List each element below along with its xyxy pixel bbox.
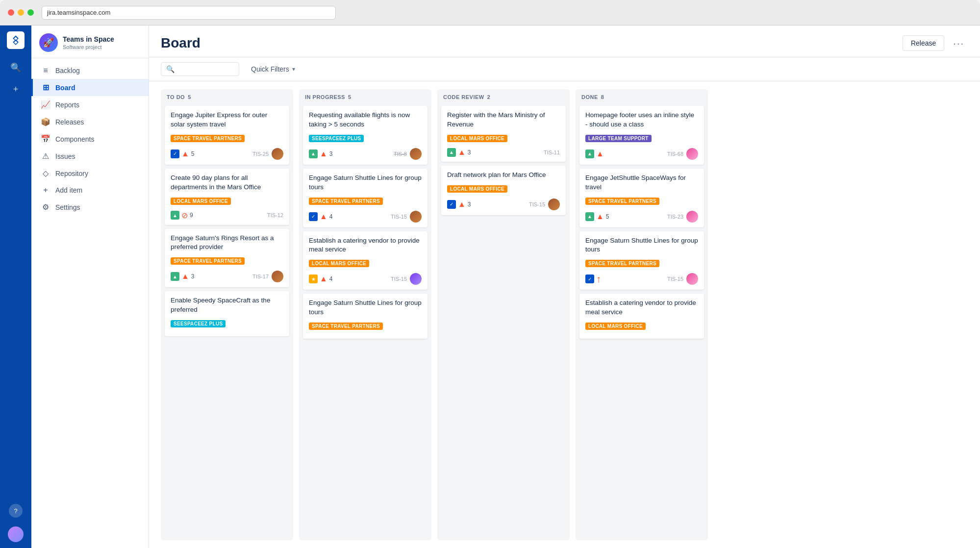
card-id: TIS-25 <box>252 151 269 157</box>
sidebar-item-components[interactable]: 📅 Components <box>31 130 149 148</box>
close-dot[interactable] <box>8 9 14 16</box>
card-meta-left: ▲ ▲ 3 <box>171 272 195 281</box>
priority-icon: ▲ <box>181 149 189 158</box>
card-label: LOCAL MARS OFFICE <box>585 323 646 330</box>
card-meta-left: ✓ ▲ 4 <box>309 212 333 221</box>
card-title: Engage JetShuttle SpaceWays for travel <box>585 174 698 192</box>
sidebar-item-board[interactable]: ⊞ Board <box>31 79 149 96</box>
card-todo4[interactable]: Enable Speedy SpaceCraft as the preferre… <box>165 291 289 336</box>
minimize-dot[interactable] <box>18 9 24 16</box>
card-meta-right: TIS-25 <box>252 148 283 160</box>
sidebar-item-reports[interactable]: 📈 Reports <box>31 96 149 113</box>
card-tis25[interactable]: Engage Jupiter Express for outer solar s… <box>165 106 289 165</box>
card-meta-right: TIS-15 <box>391 211 422 223</box>
main-content: Board Release ··· 🔍 Quick Filters ▾ <box>149 25 980 548</box>
column-count-todo: 5 <box>188 94 191 100</box>
card-meta-right: TIS-68 <box>667 148 698 160</box>
card-id: TIS-17 <box>252 274 269 279</box>
check-icon: ▲ <box>171 211 179 220</box>
column-title-inprogress: IN PROGRESS <box>305 94 345 100</box>
column-cards-todo: Engage Jupiter Express for outer solar s… <box>161 104 293 540</box>
card-label: LOCAL MARS OFFICE <box>447 185 507 193</box>
help-icon[interactable]: ? <box>9 504 23 518</box>
more-button[interactable]: ··· <box>949 36 968 51</box>
backlog-icon: ≡ <box>41 66 50 75</box>
column-todo: TO DO 5 Engage Jupiter Express for outer… <box>161 89 293 540</box>
sidebar-item-releases[interactable]: 📦 Releases <box>31 113 149 130</box>
create-rail-icon[interactable]: + <box>7 80 25 98</box>
sidebar-item-backlog[interactable]: ≡ Backlog <box>31 62 149 79</box>
url-text: jira.teamsinspace.com <box>47 9 110 16</box>
card-done-catering[interactable]: Establish a catering vendor to provide m… <box>579 294 704 339</box>
card-avatar <box>410 148 422 160</box>
card-title: Engage Saturn Shuttle Lines for group to… <box>309 174 422 192</box>
column-header-inprogress: IN PROGRESS 5 <box>299 89 431 104</box>
reports-icon: 📈 <box>41 100 50 109</box>
card-ip-saturn2[interactable]: Engage Saturn Shuttle Lines for group to… <box>303 294 427 339</box>
add-item-label: Add item <box>55 186 82 194</box>
card-tis11[interactable]: Register with the Mars Ministry of Reven… <box>441 106 566 162</box>
card-tis8[interactable]: Requesting available flights is now taki… <box>303 106 427 165</box>
user-avatar-rail[interactable] <box>8 526 24 542</box>
card-title: Engage Saturn Shuttle Lines for group to… <box>585 236 698 255</box>
card-tis68[interactable]: Homepage footer uses an inline style - s… <box>579 106 704 165</box>
card-meta-right: TIS-11 <box>544 149 560 155</box>
check-icon: ▲ <box>447 148 456 157</box>
card-label: LOCAL MARS OFFICE <box>171 198 231 205</box>
search-rail-icon[interactable]: 🔍 <box>7 59 25 76</box>
card-tis12[interactable]: Create 90 day plans for all departments … <box>165 169 289 225</box>
priority-icon: ▲ <box>458 148 466 157</box>
board-icon: ⊞ <box>41 83 50 92</box>
card-label: SPACE TRAVEL PARTNERS <box>171 135 245 142</box>
card-count: 3 <box>468 149 471 156</box>
releases-label: Releases <box>55 118 84 126</box>
card-title: Draft network plan for Mars Office <box>447 171 560 180</box>
jira-logo[interactable] <box>7 31 25 49</box>
card-meta-right: TIS-15 <box>667 273 698 285</box>
address-bar[interactable]: jira.teamsinspace.com <box>42 6 336 20</box>
card-avatar <box>410 211 422 223</box>
repository-label: Repository <box>55 170 88 177</box>
sidebar-nav: ≡ Backlog ⊞ Board 📈 Reports 📦 Releases 📅… <box>31 58 149 220</box>
check-icon: ▲ <box>585 149 594 158</box>
card-id: TIS-15 <box>391 214 407 220</box>
card-title: Homepage footer uses an inline style - s… <box>585 111 698 129</box>
card-label: LOCAL MARS OFFICE <box>447 135 507 142</box>
card-tis17[interactable]: Engage Saturn's Rings Resort as a prefer… <box>165 229 289 288</box>
card-meta-left: ★ ▲ 4 <box>309 274 333 283</box>
page-title: Board <box>161 35 201 51</box>
search-box[interactable]: 🔍 <box>161 62 239 76</box>
quick-filters-button[interactable]: Quick Filters ▾ <box>245 62 301 76</box>
release-button[interactable]: Release <box>903 35 944 51</box>
card-ip-catering[interactable]: Establish a catering vendor to provide m… <box>303 231 427 290</box>
browser-chrome: jira.teamsinspace.com <box>0 0 980 25</box>
releases-icon: 📦 <box>41 117 50 126</box>
card-footer: ✓ ▲ 5 TIS-25 <box>171 148 283 160</box>
settings-icon: ⚙ <box>41 202 50 212</box>
board-toolbar: 🔍 Quick Filters ▾ <box>149 57 980 81</box>
check-icon: ▲ <box>585 212 594 221</box>
search-input[interactable] <box>177 65 234 73</box>
card-footer: ▲ ▲ TIS-68 <box>585 148 698 160</box>
card-label: SPACE TRAVEL PARTNERS <box>585 198 659 205</box>
card-title: Requesting available flights is now taki… <box>309 111 422 129</box>
card-ip-tis15a[interactable]: Engage Saturn Shuttle Lines for group to… <box>303 169 427 227</box>
maximize-dot[interactable] <box>27 9 34 16</box>
card-tis23[interactable]: Engage JetShuttle SpaceWays for travel S… <box>579 169 704 227</box>
sidebar-item-repository[interactable]: ◇ Repository <box>31 165 149 182</box>
card-meta-left: ▲ ▲ <box>585 149 604 158</box>
card-meta-left: ▲ ▲ 3 <box>447 148 471 157</box>
card-count: 3 <box>329 150 333 157</box>
sidebar-item-settings[interactable]: ⚙ Settings <box>31 199 149 216</box>
card-cr-tis15[interactable]: Draft network plan for Mars Office LOCAL… <box>441 166 566 215</box>
sidebar-item-issues[interactable]: ⚠ Issues <box>31 148 149 165</box>
card-done-saturn[interactable]: Engage Saturn Shuttle Lines for group to… <box>579 231 704 290</box>
card-meta-left: ✓ ↑ <box>585 274 601 285</box>
browser-dots <box>8 9 34 16</box>
card-label: SPACE TRAVEL PARTNERS <box>585 260 659 267</box>
card-title: Engage Jupiter Express for outer solar s… <box>171 111 283 129</box>
search-icon: 🔍 <box>166 65 175 73</box>
sidebar-item-add-item[interactable]: + Add item <box>31 182 149 199</box>
board-columns: TO DO 5 Engage Jupiter Express for outer… <box>161 89 968 540</box>
card-id: TIS-11 <box>544 149 560 155</box>
